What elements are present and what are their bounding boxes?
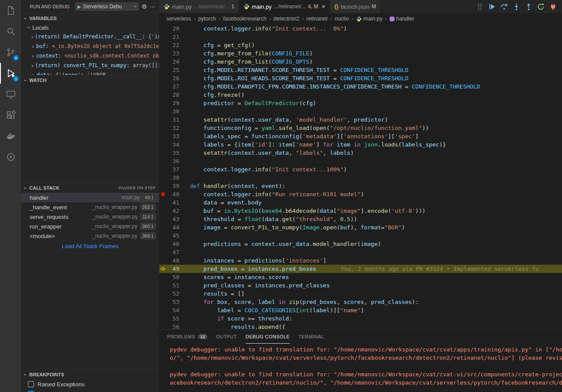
panel-tab-debug-console[interactable]: DEBUG CONSOLE — [246, 330, 290, 344]
breadcrumb-item[interactable]: nuclio — [335, 16, 349, 22]
gutter[interactable] — [159, 314, 166, 323]
code-line[interactable]: 22 cfg = get_cfg() — [159, 41, 562, 49]
code-line[interactable]: 24 cfg.merge_from_list(CONFIG_OPTS) — [159, 58, 562, 66]
activity-source-control[interactable]: 8 — [0, 42, 21, 63]
gutter[interactable] — [159, 174, 166, 182]
gutter[interactable] — [159, 33, 166, 41]
code-line[interactable]: 55 if score >= threshold: — [159, 314, 562, 323]
activity-explorer[interactable] — [0, 0, 21, 21]
gutter[interactable] — [159, 198, 166, 207]
breadcrumb-item[interactable]: retinanet — [306, 16, 328, 22]
gutter[interactable] — [159, 240, 166, 248]
scope-locals[interactable]: › Locals — [21, 23, 159, 32]
debug-console-output[interactable]: pydev debugger: unable to find translati… — [159, 344, 562, 392]
gutter[interactable] — [159, 91, 166, 99]
code-line[interactable]: 42 buf = io.BytesIO(base64.b64decode(dat… — [159, 207, 562, 215]
code-line[interactable]: 44 image = convert_PIL_to_numpy(Image.op… — [159, 223, 562, 232]
gutter[interactable] — [159, 256, 166, 265]
variable-row[interactable]: ›buf:<_io.BytesIO object at 0x7f5a2dc1ec… — [21, 41, 159, 51]
drag-handle-icon[interactable] — [476, 3, 483, 10]
code-line[interactable]: 45 — [159, 232, 562, 240]
gutter[interactable] — [159, 306, 166, 314]
gutter[interactable] — [159, 223, 166, 232]
gutter[interactable] — [159, 149, 166, 157]
code-line[interactable]: 37 context.logger.info("Init context...1… — [159, 165, 562, 174]
start-debugging-icon[interactable]: ▶ — [78, 4, 81, 9]
variable-row[interactable]: ›context:<nuclio_sdk.context.Context obj… — [21, 51, 159, 61]
gutter[interactable] — [159, 298, 166, 306]
variable-row[interactable]: ›(return) DefaultPredictor.__call__:{'in… — [21, 32, 159, 41]
code-line[interactable]: 38 — [159, 174, 562, 182]
breadcrumb-item[interactable]: handler — [390, 16, 415, 22]
gutter[interactable] — [159, 323, 166, 329]
gutter[interactable] — [159, 132, 166, 140]
gutter[interactable] — [159, 107, 166, 116]
variable-row[interactable]: ›(return) convert_PIL_to_numpy:array([[[… — [21, 61, 159, 70]
gutter[interactable] — [159, 248, 166, 256]
gutter[interactable] — [159, 165, 166, 174]
disconnect-icon[interactable] — [549, 3, 557, 10]
code-line[interactable]: 48 instances = predictions['instances'] — [159, 256, 562, 265]
variable-row[interactable]: ›data:{'image': 'iVBOR… — [21, 70, 159, 75]
code-line[interactable]: 52 results = [] — [159, 290, 562, 298]
breakpoint-row[interactable]: Raised Exceptions — [21, 379, 159, 389]
code-line[interactable]: 30 — [159, 107, 562, 116]
breadcrumb-item[interactable]: serverless — [166, 16, 191, 22]
checkbox[interactable] — [28, 381, 34, 387]
code-line[interactable]: 28 cfg.freeze() — [159, 91, 562, 99]
editor-tab[interactable]: {}launch.jsonM — [330, 0, 380, 13]
gutter[interactable] — [159, 140, 166, 149]
code-line[interactable]: 33 labels_spec = functionconfig['metadat… — [159, 132, 562, 140]
code-line[interactable]: 50 scores = instances.scores — [159, 273, 562, 281]
code-editor[interactable]: 20 context.logger.info("Init context... … — [159, 24, 562, 329]
gutter[interactable] — [159, 49, 166, 58]
breakpoint-row[interactable]: ✓Uncaught Exceptions — [21, 389, 159, 392]
gutter[interactable] — [159, 74, 166, 82]
gutter[interactable] — [159, 24, 166, 33]
debug-config-dropdown[interactable]: ▶ Serverless Debu › — [75, 2, 139, 11]
breakpoint-icon[interactable] — [159, 190, 166, 198]
code-line[interactable]: 20 context.logger.info("Init context... … — [159, 24, 562, 33]
code-line[interactable]: 32 functionconfig = yaml.safe_load(open(… — [159, 124, 562, 132]
stack-frame[interactable]: _handle_event_nuclio_wrapper.py262:1 — [21, 202, 159, 212]
gutter[interactable] — [159, 273, 166, 281]
variables-section-header[interactable]: › VARIABLES — [21, 13, 159, 23]
gutter[interactable] — [159, 58, 166, 66]
gutter[interactable] — [159, 116, 166, 124]
gutter[interactable] — [159, 41, 166, 49]
breadcrumb-item[interactable]: pytorch — [198, 16, 216, 22]
code-line[interactable]: 43 threshold = float(data.get("threshold… — [159, 215, 562, 223]
editor-tab[interactable]: main.py.../siammask/...1 — [159, 0, 239, 13]
code-line[interactable]: 39def handler(context, event): — [159, 182, 562, 190]
code-line[interactable]: 49 pred_boxes = instances.pred_boxesYou,… — [159, 265, 562, 273]
gutter[interactable] — [159, 215, 166, 223]
stack-frame[interactable]: handlermain.py49:1 — [21, 193, 159, 202]
activity-run-and-debug[interactable]: 1 — [0, 63, 21, 84]
code-line[interactable]: 46 predictions = context.user_data.model… — [159, 240, 562, 248]
stack-frame[interactable]: run_wrapper_nuclio_wrapper.py360:1 — [21, 222, 159, 231]
breadcrumb-item[interactable]: detectron2 — [274, 16, 299, 22]
code-line[interactable]: 40 context.logger.info("Run retinanet-R1… — [159, 190, 562, 198]
step-over-icon[interactable] — [500, 3, 508, 10]
activity-docker[interactable] — [0, 126, 21, 147]
continue-icon[interactable] — [488, 3, 496, 10]
gutter[interactable] — [159, 207, 166, 215]
gutter[interactable] — [159, 124, 166, 132]
code-line[interactable]: 36 — [159, 157, 562, 165]
activity-tools[interactable] — [0, 147, 21, 167]
call-stack-section-header[interactable]: › CALL STACK PAUSED ON STEP — [21, 183, 159, 193]
panel-tab-terminal[interactable]: TERMINAL — [298, 330, 324, 344]
code-line[interactable]: 35 setattr(context.user_data, "labels", … — [159, 149, 562, 157]
panel-tab-problems[interactable]: PROBLEMS12 — [167, 330, 207, 344]
close-icon[interactable]: × — [322, 3, 325, 10]
stack-frame[interactable]: serve_requests_nuclio_wrapper.py114:1 — [21, 212, 159, 222]
step-into-icon[interactable] — [513, 3, 520, 10]
watch-section-header[interactable]: › WATCH — [21, 75, 159, 85]
gutter[interactable] — [159, 157, 166, 165]
stack-frame[interactable]: <module>_nuclio_wrapper.py366:1 — [21, 231, 159, 241]
code-line[interactable]: 54 label = COCO_CATEGORIES[int(label)]["… — [159, 306, 562, 314]
gutter[interactable] — [159, 281, 166, 290]
gear-icon[interactable]: ⚙ — [141, 3, 147, 10]
restart-icon[interactable] — [537, 3, 545, 10]
activity-extensions[interactable] — [0, 105, 21, 126]
